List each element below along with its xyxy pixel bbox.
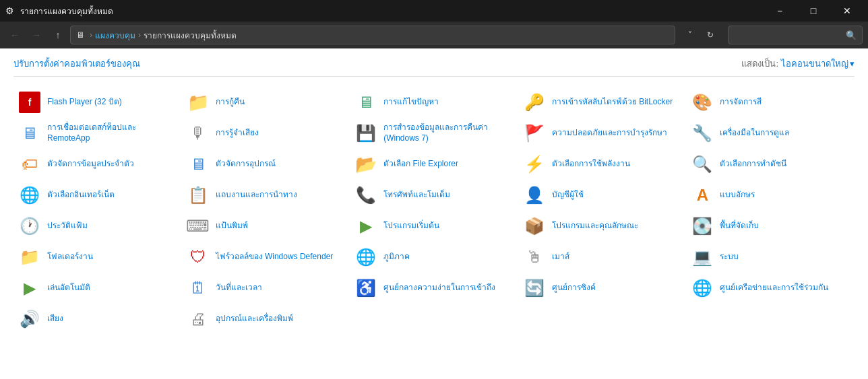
item-label[interactable]: Flash Player (32 บิต) [47,97,122,108]
item-label[interactable]: เสียง [47,314,63,324]
item-icon: 🖱 [524,246,545,268]
list-item[interactable]: 🖱 เมาส์ [518,242,687,272]
item-label[interactable]: ระบบ [720,252,739,263]
system-icon: 💻 [692,248,712,267]
list-item[interactable]: f Flash Player (32 บิต) [13,88,182,117]
item-label[interactable]: แป้นพิมพ์ [216,221,248,232]
list-item[interactable]: 🛡 ไฟร์วอลล์ของ Windows Defender [182,242,350,272]
item-icon: 📋 [187,184,209,206]
list-item[interactable]: 👤 บัญชีผู้ใช้ [518,180,687,210]
list-item[interactable]: 🖥 การเชื่อมต่อเดสก์ท็อปและ RemoteApp [13,118,182,148]
item-label[interactable]: โปรแกรมเริ่มต้น [383,221,439,232]
item-label[interactable]: เครื่องมือในการดูแล [720,128,789,139]
maximize-button[interactable]: □ [798,0,829,22]
list-item[interactable]: 📞 โทรศัพท์และโมเด็ม [350,180,518,210]
flash-icon: f [19,92,40,113]
item-label[interactable]: การจัดการสี [720,97,762,108]
list-item[interactable]: 🔑 การเข้ารหัสลับไดรฟ์ด้วย BitLocker [518,88,687,117]
back-button[interactable]: ← [5,26,24,44]
list-item[interactable]: 📋 แถบงานและการนำทาง [182,180,350,210]
item-label[interactable]: ตัวเลือกอินเทอร์เน็ต [47,190,115,201]
dropdown-button[interactable]: ˅ [681,26,700,44]
item-label[interactable]: พื้นที่จัดเก็บ [720,221,759,232]
adjust-settings-link[interactable]: ปรับการตั้งค่าคอมพิวเตอร์ของคุณ [13,57,140,71]
item-label[interactable]: ศูนย์การซิงค์ [552,283,596,294]
list-item[interactable]: ▶ เล่นอัตโนมัติ [13,273,182,303]
list-item[interactable]: 📁 โฟลเดอร์งาน [13,242,182,272]
titlebar-icon: ⚙ [5,5,16,16]
item-label[interactable]: โฟลเดอร์งาน [47,252,93,263]
item-label[interactable]: การกู้คืน [216,97,245,108]
item-label[interactable]: การสำรองข้อมูลและการคืนค่า (Windows 7) [383,123,513,143]
minimize-button[interactable]: − [764,0,795,22]
list-item[interactable]: 📦 โปรแกรมและคุณลักษณะ [518,211,687,241]
item-icon: 🗓 [187,277,209,299]
list-item[interactable]: 🚩 ความปลอดภัยและการบำรุงรักษา [518,118,687,148]
refresh-button[interactable]: ↻ [701,26,720,44]
list-item[interactable]: ▶ โปรแกรมเริ่มต้น [350,211,518,241]
list-item[interactable]: 🔍 ตัวเลือกการทำดัชนี [686,149,855,179]
item-label[interactable]: เมาส์ [552,252,569,263]
item-icon: 🔊 [19,308,40,330]
list-item[interactable]: ⚡ ตัวเลือกการใช้พลังงาน [518,149,687,179]
item-label[interactable]: วันที่และเวลา [216,283,262,294]
item-label[interactable]: ศูนย์เครือข่ายและการใช้ร่วมกัน [720,283,828,294]
list-item[interactable]: ⌨ แป้นพิมพ์ [182,211,350,241]
view-toggle-value[interactable]: ไอคอนขนาดใหญ่ ▾ [781,57,855,71]
item-icon: ⌨ [187,215,209,237]
list-item[interactable]: ♿ ศูนย์กลางความง่ายในการเข้าถึง [350,273,518,303]
item-label[interactable]: การเชื่อมต่อเดสก์ท็อปและ RemoteApp [47,123,177,143]
list-item[interactable]: 📂 ตัวเลือก File Explorer [350,149,518,179]
list-item[interactable]: 🏷 ตัวจัดการข้อมูลประจำตัว [13,149,182,179]
item-label[interactable]: ตัวเลือกการใช้พลังงาน [552,159,630,170]
up-button[interactable]: ↑ [49,26,67,44]
folder-blue-icon: 📁 [187,92,209,113]
item-label[interactable]: ตัวจัดการข้อมูลประจำตัว [47,159,134,170]
list-item[interactable]: A แบบอักษร [686,180,855,210]
item-label[interactable]: การเข้ารหัสลับไดรฟ์ด้วย BitLocker [552,97,673,108]
item-label[interactable]: ศูนย์กลางความง่ายในการเข้าถึง [383,283,495,294]
search-box[interactable]: 🔍 [728,26,863,44]
list-item[interactable]: 🔄 ศูนย์การซิงค์ [518,273,687,303]
list-item[interactable]: 💾 การสำรองข้อมูลและการคืนค่า (Windows 7) [350,118,518,148]
item-label[interactable]: เล่นอัตโนมัติ [47,283,90,294]
list-item[interactable]: 🎨 การจัดการสี [686,88,855,117]
forward-button[interactable]: → [27,26,46,44]
list-item[interactable]: 💽 พื้นที่จัดเก็บ [686,211,855,241]
list-item[interactable]: 📁 การกู้คืน [182,88,350,117]
list-item[interactable]: 🖨 อุปกรณ์และเครื่องพิมพ์ [182,304,350,334]
item-label[interactable]: แบบอักษร [720,190,755,201]
list-item[interactable]: 🎙 การรู้จำเสียง [182,118,350,148]
list-item[interactable]: 🔊 เสียง [13,304,182,334]
item-label[interactable]: การรู้จำเสียง [216,128,259,139]
item-icon: 🕐 [19,215,40,237]
search-icon-button[interactable]: 🔍 [846,30,857,40]
index-icon: 🔍 [692,155,712,174]
list-item[interactable]: 🖥 การแก้ไขปัญหา [350,88,518,117]
item-label[interactable]: โปรแกรมและคุณลักษณะ [552,221,638,232]
list-item[interactable]: 🔧 เครื่องมือในการดูแล [686,118,855,148]
item-label[interactable]: อุปกรณ์และเครื่องพิมพ์ [216,314,293,324]
list-item[interactable]: 🕐 ประวัติแฟ้ม [13,211,182,241]
item-label[interactable]: ความปลอดภัยและการบำรุงรักษา [552,128,667,139]
list-item[interactable]: 🌐 ตัวเลือกอินเทอร์เน็ต [13,180,182,210]
list-item[interactable]: 🖥 ตัวจัดการอุปกรณ์ [182,149,350,179]
item-label[interactable]: ตัวเลือกการทำดัชนี [720,159,786,170]
list-item[interactable]: 💻 ระบบ [686,242,855,272]
item-label[interactable]: ตัวจัดการอุปกรณ์ [216,159,276,170]
search-input[interactable] [734,30,846,40]
item-label[interactable]: บัญชีผู้ใช้ [552,190,584,201]
item-label[interactable]: ประวัติแฟ้ม [47,221,88,232]
item-label[interactable]: โทรศัพท์และโมเด็ม [383,190,450,201]
breadcrumb-link-control-panel[interactable]: แผงควบคุม [95,29,135,42]
item-label[interactable]: แถบงานและการนำทาง [216,190,297,201]
list-item[interactable]: 🌐 ศูนย์เครือข่ายและการใช้ร่วมกัน [686,273,855,303]
close-button[interactable]: ✕ [832,0,863,22]
item-label[interactable]: ไฟร์วอลล์ของ Windows Defender [216,252,334,263]
list-item[interactable]: 🌐 ภูมิภาค [350,242,518,272]
item-label[interactable]: ตัวเลือก File Explorer [383,159,458,170]
item-label[interactable]: การแก้ไขปัญหา [383,97,439,108]
list-item[interactable]: 🗓 วันที่และเวลา [182,273,350,303]
item-label[interactable]: ภูมิภาค [383,252,410,263]
item-icon: 🔧 [691,123,713,144]
